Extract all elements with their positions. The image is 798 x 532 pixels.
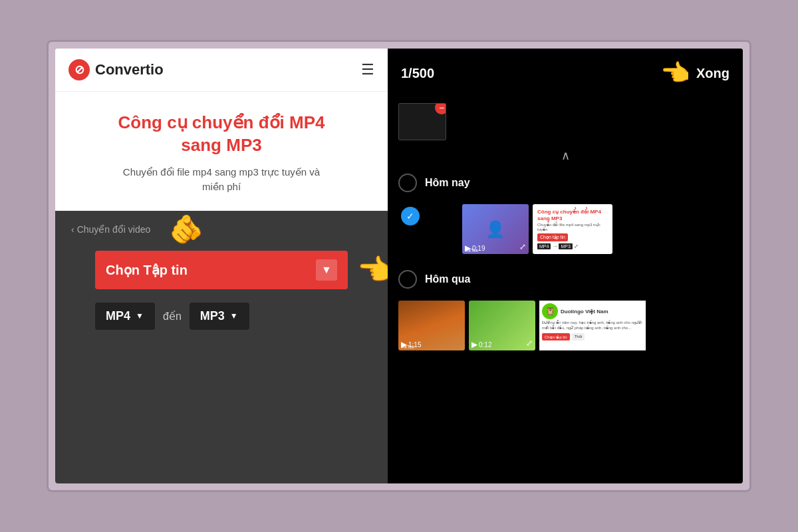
done-label: Xong (696, 66, 730, 81)
dropdown-arrow: ▼ (316, 259, 337, 281)
mini-mp4: MP4 (537, 243, 551, 249)
duolingo-brand: Duolingo Việt Nam (561, 309, 608, 315)
yesterday-section-header: Hôm qua (388, 262, 743, 297)
duolingo-header: 🦉 Duolingo Việt Nam (542, 303, 643, 319)
media-counter: 1/500 (401, 66, 434, 81)
choose-file-wrapper: Chọn Tập tin ▼ 👉 (95, 251, 348, 289)
duolingo-text: Đường tắt năm nay, học tiếng anh, tiếng … (542, 321, 643, 331)
yesterday-media-grid: ▶ 1:15 TikTok ▶ 0:12 ⤢ 🦉 (388, 297, 743, 358)
from-format-dropdown-icon: ▼ (136, 311, 144, 321)
done-hand-icon: 👉 (661, 59, 691, 87)
back-arrow-icon: ‹ (71, 224, 74, 235)
expand-icon-3: ⤢ (526, 338, 533, 348)
duolingo-icon: 🦉 (542, 303, 558, 319)
right-header: 1/500 👉 Xong (388, 49, 743, 98)
convertio-mini-sub: Chuyển đổi file mp4 sang mp3 trực tuyến (537, 222, 608, 231)
yesterday-label: Hôm qua (425, 273, 470, 285)
hand-pointer-choose: 👉 (358, 255, 388, 285)
mini-mp3: MP3 (559, 243, 572, 249)
choose-file-button[interactable]: Chọn Tập tin ▼ (95, 251, 348, 289)
convertio-preview-content: Công cụ chuyển đổi MP4 sang MP3 Chuyển đ… (535, 207, 610, 251)
remove-button[interactable]: − (435, 103, 446, 114)
mini-expand: ⤢ (574, 243, 579, 249)
duolingo-card: 🦉 Duolingo Việt Nam Đường tắt năm nay, h… (539, 301, 646, 350)
choose-file-label: Chọn Tập tin (106, 262, 188, 278)
preview-strip: − (388, 98, 743, 146)
header-bar: ⊘ Convertio ☰ (55, 49, 388, 92)
item-check-1[interactable]: ✓ (401, 207, 420, 225)
tiktok-label-1: TikTok (465, 248, 478, 253)
today-check-item: ✓ (398, 204, 458, 254)
today-section-header: Hôm nay (388, 166, 743, 200)
today-label: Hôm nay (425, 177, 470, 189)
media-item-person[interactable]: 👤 ▶ 0:19 ⤢ TikTok (462, 204, 529, 254)
tiktok-label-2: TikTok (401, 344, 414, 349)
duolingo-tap-tin: Chọn tập tin (542, 333, 570, 340)
from-format-select[interactable]: MP4 ▼ (95, 303, 155, 330)
hand-pointer-back: 🫵 (169, 215, 203, 243)
to-format-label: MP3 (200, 309, 225, 323)
duolingo-bird: 🦉 (545, 307, 555, 316)
preview-thumbnail: − (398, 103, 446, 140)
app-frame: ⊘ Convertio ☰ Công cụ chuyển đổi MP4 san… (47, 40, 751, 492)
hero-section: Công cụ chuyển đổi MP4 sang MP3 Chuyển đ… (55, 92, 388, 211)
media-item-cooking[interactable]: ▶ 1:15 TikTok (398, 301, 465, 350)
media-item-duolingo[interactable]: 🦉 Duolingo Việt Nam Đường tắt năm nay, h… (539, 301, 646, 350)
today-check-circle[interactable] (398, 174, 417, 192)
back-link[interactable]: ‹ Chuyển đổi video 🫵 (71, 224, 150, 235)
convertio-logo-icon: ⊘ (68, 59, 90, 80)
media-item-landscape[interactable]: ▶ 0:12 ⤢ (469, 301, 535, 350)
back-link-label: Chuyển đổi video (77, 224, 151, 235)
collapse-button[interactable]: ∧ (388, 146, 743, 166)
to-format-select[interactable]: MP3 ▼ (190, 303, 249, 330)
logo-text: Convertio (95, 61, 164, 78)
convertio-mini-btn: Chọn tập tin (537, 233, 568, 241)
duolingo-buttons: Chọn tập tin Thôi (542, 333, 643, 340)
today-media-grid: ✓ 👤 ▶ 0:19 ⤢ TikTok Công cụ chuyển đổi M… (388, 200, 743, 262)
from-format-label: MP4 (106, 309, 130, 323)
to-format-dropdown-icon: ▼ (230, 311, 238, 321)
duration-overlay-3: ▶ 0:12 (471, 340, 491, 349)
done-area: 👉 Xong (661, 59, 730, 87)
format-row: MP4 ▼ đến MP3 ▼ (95, 303, 348, 330)
logo-symbol: ⊘ (74, 63, 84, 77)
play-icon-3: ▶ (471, 340, 477, 349)
hero-title: Công cụ chuyển đổi MP4 sang MP3 (71, 112, 372, 157)
duration-3: 0:12 (479, 341, 491, 348)
mini-to-arrow: → (552, 243, 557, 249)
format-to-word: đến (163, 310, 182, 323)
duolingo-cancel: Thôi (572, 333, 585, 340)
convertio-format-row: MP4 → MP3 ⤢ (537, 243, 608, 249)
hamburger-button[interactable]: ☰ (361, 63, 374, 77)
yesterday-check-circle[interactable] (398, 270, 417, 289)
expand-icon-1: ⤢ (519, 242, 526, 251)
left-panel: ⊘ Convertio ☰ Công cụ chuyển đổi MP4 san… (55, 49, 388, 483)
convertio-mini-title: Công cụ chuyển đổi MP4 sang MP3 (537, 209, 608, 221)
right-panel: 1/500 👉 Xong − ∧ Hôm nay ✓ (388, 49, 743, 483)
media-item-convertio[interactable]: Công cụ chuyển đổi MP4 sang MP3 Chuyển đ… (533, 204, 612, 254)
dark-section: ‹ Chuyển đổi video 🫵 Chọn Tập tin ▼ 👉 MP… (55, 211, 388, 483)
hero-subtitle: Chuyển đổi file mp4 sang mp3 trực tuyến … (71, 165, 372, 195)
logo-area: ⊘ Convertio (68, 59, 164, 80)
